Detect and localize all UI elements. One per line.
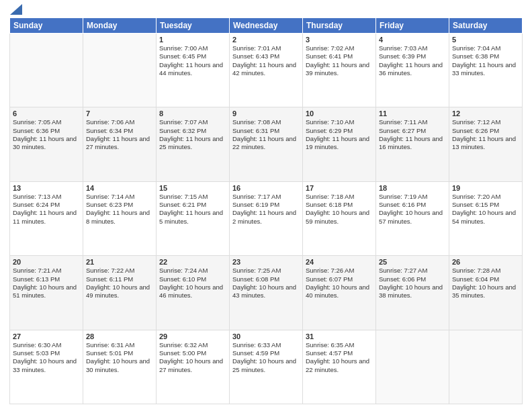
day-info: Sunrise: 6:35 AM [306, 341, 373, 349]
day-info: Sunrise: 7:12 AM [452, 118, 519, 126]
day-info: Sunset: 6:11 PM [86, 275, 153, 283]
calendar-cell: 9Sunrise: 7:08 AMSunset: 6:31 PMDaylight… [230, 107, 303, 181]
day-header-wednesday: Wednesday [230, 18, 303, 34]
calendar-cell: 22Sunrise: 7:24 AMSunset: 6:10 PMDayligh… [157, 256, 230, 330]
day-info: Sunset: 6:07 PM [306, 275, 373, 283]
calendar-week-row: 1Sunrise: 7:00 AMSunset: 6:45 PMDaylight… [10, 34, 523, 107]
calendar-cell: 23Sunrise: 7:25 AMSunset: 6:08 PMDayligh… [230, 256, 303, 330]
day-info: Daylight: 10 hours and 57 minutes. [379, 209, 446, 226]
day-info: Daylight: 11 hours and 13 minutes. [452, 135, 519, 152]
day-info: Sunset: 4:59 PM [232, 349, 300, 357]
calendar-header-row: SundayMondayTuesdayWednesdayThursdayFrid… [10, 18, 523, 34]
day-info: Sunrise: 7:15 AM [159, 193, 226, 201]
day-number: 31 [306, 332, 373, 340]
day-number: 7 [86, 109, 153, 118]
day-info: Daylight: 10 hours and 54 minutes. [452, 209, 519, 226]
calendar-cell: 29Sunrise: 6:32 AMSunset: 5:00 PMDayligh… [157, 330, 230, 404]
day-info: Sunrise: 7:02 AM [306, 44, 373, 52]
day-info: Daylight: 11 hours and 19 minutes. [306, 135, 373, 152]
day-info: Sunrise: 7:17 AM [232, 193, 300, 201]
day-info: Sunrise: 7:22 AM [86, 267, 153, 275]
logo-triangle-icon [10, 4, 22, 15]
day-info: Daylight: 11 hours and 2 minutes. [232, 209, 300, 226]
calendar-cell: 31Sunrise: 6:35 AMSunset: 4:57 PMDayligh… [303, 330, 376, 404]
day-info: Daylight: 10 hours and 22 minutes. [306, 357, 373, 374]
logo [9, 7, 22, 13]
calendar-cell [376, 330, 449, 404]
calendar-cell: 24Sunrise: 7:26 AMSunset: 6:07 PMDayligh… [303, 256, 376, 330]
calendar-cell: 28Sunrise: 6:31 AMSunset: 5:01 PMDayligh… [83, 330, 157, 404]
day-number: 15 [159, 184, 226, 192]
day-number: 19 [452, 184, 519, 192]
day-number: 25 [379, 258, 446, 266]
day-header-monday: Monday [83, 18, 157, 34]
day-info: Sunrise: 7:13 AM [13, 193, 80, 201]
calendar-cell: 14Sunrise: 7:14 AMSunset: 6:23 PMDayligh… [83, 181, 157, 255]
day-info: Sunrise: 7:26 AM [306, 267, 373, 275]
day-number: 28 [86, 332, 153, 340]
day-info: Sunrise: 7:03 AM [379, 44, 446, 52]
day-info: Daylight: 11 hours and 27 minutes. [86, 135, 153, 152]
day-number: 5 [452, 36, 519, 44]
day-info: Sunset: 6:24 PM [13, 201, 80, 209]
day-info: Sunrise: 7:08 AM [232, 118, 300, 126]
day-info: Daylight: 10 hours and 46 minutes. [159, 283, 226, 300]
day-info: Sunrise: 7:19 AM [379, 193, 446, 201]
day-number: 9 [232, 109, 300, 118]
day-info: Sunrise: 7:00 AM [159, 44, 226, 52]
day-number: 22 [159, 258, 226, 266]
day-info: Sunrise: 6:32 AM [159, 341, 226, 349]
day-info: Sunset: 5:00 PM [159, 349, 226, 357]
day-info: Sunrise: 6:31 AM [86, 341, 153, 349]
day-info: Sunrise: 6:30 AM [13, 341, 80, 349]
calendar-cell: 3Sunrise: 7:02 AMSunset: 6:41 PMDaylight… [303, 34, 376, 107]
day-number: 21 [86, 258, 153, 266]
day-info: Daylight: 11 hours and 36 minutes. [379, 61, 446, 78]
day-info: Sunset: 4:57 PM [306, 349, 373, 357]
day-number: 2 [232, 36, 300, 44]
day-number: 27 [13, 332, 80, 340]
day-info: Sunset: 6:16 PM [379, 201, 446, 209]
day-info: Daylight: 11 hours and 25 minutes. [159, 135, 226, 152]
calendar-week-row: 27Sunrise: 6:30 AMSunset: 5:03 PMDayligh… [10, 330, 523, 404]
calendar-week-row: 13Sunrise: 7:13 AMSunset: 6:24 PMDayligh… [10, 181, 523, 255]
header [9, 7, 523, 13]
calendar-cell: 10Sunrise: 7:10 AMSunset: 6:29 PMDayligh… [303, 107, 376, 181]
day-info: Daylight: 11 hours and 11 minutes. [13, 209, 80, 226]
calendar-cell [83, 34, 157, 107]
day-info: Daylight: 11 hours and 16 minutes. [379, 135, 446, 152]
day-number: 17 [306, 184, 373, 192]
day-number: 3 [306, 36, 373, 44]
day-header-friday: Friday [376, 18, 449, 34]
day-info: Sunrise: 7:14 AM [86, 193, 153, 201]
day-info: Sunset: 6:39 PM [379, 52, 446, 60]
day-number: 12 [452, 109, 519, 118]
day-header-thursday: Thursday [303, 18, 376, 34]
day-info: Sunrise: 7:11 AM [379, 118, 446, 126]
calendar-cell: 16Sunrise: 7:17 AMSunset: 6:19 PMDayligh… [230, 181, 303, 255]
day-info: Sunset: 6:41 PM [306, 52, 373, 60]
calendar-cell: 18Sunrise: 7:19 AMSunset: 6:16 PMDayligh… [376, 181, 449, 255]
day-number: 11 [379, 109, 446, 118]
calendar-cell [10, 34, 83, 107]
day-info: Sunset: 6:43 PM [232, 52, 300, 60]
day-number: 1 [159, 36, 226, 44]
day-info: Sunrise: 6:33 AM [232, 341, 300, 349]
calendar-cell: 17Sunrise: 7:18 AMSunset: 6:18 PMDayligh… [303, 181, 376, 255]
day-info: Sunset: 6:18 PM [306, 201, 373, 209]
day-info: Daylight: 11 hours and 8 minutes. [86, 209, 153, 226]
calendar-cell: 20Sunrise: 7:21 AMSunset: 6:13 PMDayligh… [10, 256, 83, 330]
day-info: Sunrise: 7:06 AM [86, 118, 153, 126]
day-number: 18 [379, 184, 446, 192]
day-info: Daylight: 11 hours and 42 minutes. [232, 61, 300, 78]
day-number: 20 [13, 258, 80, 266]
day-number: 14 [86, 184, 153, 192]
calendar-cell: 26Sunrise: 7:28 AMSunset: 6:04 PMDayligh… [449, 256, 523, 330]
day-info: Daylight: 10 hours and 33 minutes. [13, 357, 80, 374]
day-number: 23 [232, 258, 300, 266]
calendar-cell: 13Sunrise: 7:13 AMSunset: 6:24 PMDayligh… [10, 181, 83, 255]
day-info: Sunset: 6:29 PM [306, 127, 373, 135]
day-info: Sunrise: 7:01 AM [232, 44, 300, 52]
day-info: Sunset: 6:32 PM [159, 127, 226, 135]
day-info: Daylight: 11 hours and 30 minutes. [13, 135, 80, 152]
